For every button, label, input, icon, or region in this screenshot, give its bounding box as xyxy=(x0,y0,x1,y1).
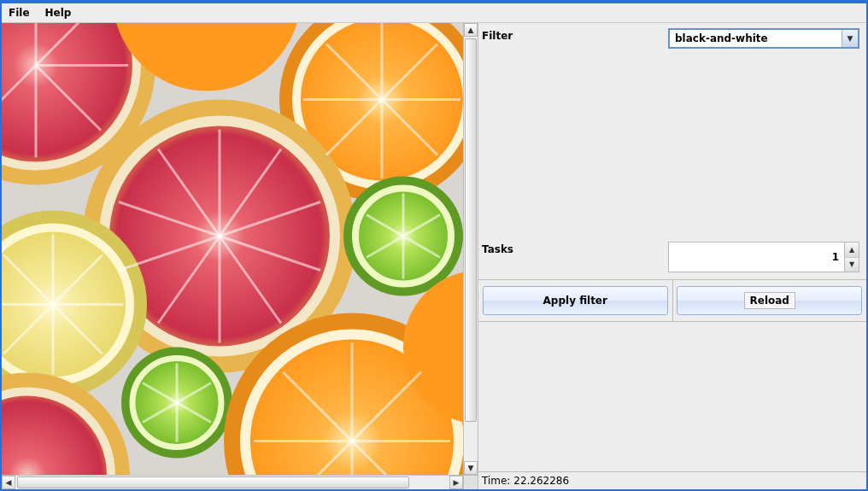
status-time-label: Time: xyxy=(482,475,510,487)
scroll-up-icon[interactable]: ▲ xyxy=(464,23,478,37)
scroll-corner xyxy=(463,476,478,489)
apply-filter-label: Apply filter xyxy=(538,293,613,308)
reload-button[interactable]: Reload xyxy=(677,286,862,315)
spacer xyxy=(478,66,866,237)
tasks-decrement-icon[interactable]: ▼ xyxy=(845,258,859,272)
buttons-row: Apply filter Reload xyxy=(478,279,866,322)
vertical-scrollbar[interactable]: ▲ ▼ xyxy=(463,23,478,475)
scroll-left-icon[interactable]: ◀ xyxy=(2,476,15,489)
vscroll-thumb[interactable] xyxy=(465,38,477,422)
menubar: File Help xyxy=(2,3,866,23)
controls-area: Filter black-and-white ▼ Tasks 1 xyxy=(478,23,866,471)
tasks-row: Tasks 1 ▲ ▼ xyxy=(478,237,866,279)
controls-panel: Filter black-and-white ▼ Tasks 1 xyxy=(478,23,866,489)
tasks-value[interactable]: 1 xyxy=(669,243,844,272)
status-text: Time: 22.262286 xyxy=(482,475,569,487)
hscroll-track[interactable] xyxy=(15,476,449,489)
image-viewport[interactable] xyxy=(2,23,463,475)
main-body: ▲ ▼ ◀ ▶ Filter xyxy=(2,23,866,489)
citrus-image xyxy=(2,23,463,475)
tasks-increment-icon[interactable]: ▲ xyxy=(845,243,859,258)
chevron-down-icon[interactable]: ▼ xyxy=(842,30,858,47)
tasks-spin-buttons: ▲ ▼ xyxy=(844,243,859,272)
filter-row: Filter black-and-white ▼ xyxy=(478,23,866,66)
scroll-down-icon[interactable]: ▼ xyxy=(464,461,478,475)
horizontal-scrollbar[interactable]: ◀ ▶ xyxy=(2,475,478,489)
statusbar: Time: 22.262286 xyxy=(478,471,866,489)
image-zone: ▲ ▼ xyxy=(2,23,478,475)
hscroll-thumb[interactable] xyxy=(17,476,409,488)
status-time-value: 22.262286 xyxy=(513,475,569,487)
menu-file[interactable]: File xyxy=(7,5,32,20)
apply-filter-button[interactable]: Apply filter xyxy=(483,286,668,315)
tasks-label: Tasks xyxy=(478,237,668,279)
menu-help[interactable]: Help xyxy=(44,5,73,20)
filter-select[interactable]: black-and-white ▼ xyxy=(668,28,859,49)
reload-label: Reload xyxy=(744,292,795,309)
image-panel: ▲ ▼ ◀ ▶ xyxy=(2,23,478,489)
filter-select-value: black-and-white xyxy=(670,30,842,47)
vscroll-track[interactable] xyxy=(464,37,478,461)
tasks-spinner[interactable]: 1 ▲ ▼ xyxy=(668,242,859,272)
app-window: File Help xyxy=(0,0,868,491)
filter-label: Filter xyxy=(478,23,668,66)
scroll-right-icon[interactable]: ▶ xyxy=(449,476,463,489)
